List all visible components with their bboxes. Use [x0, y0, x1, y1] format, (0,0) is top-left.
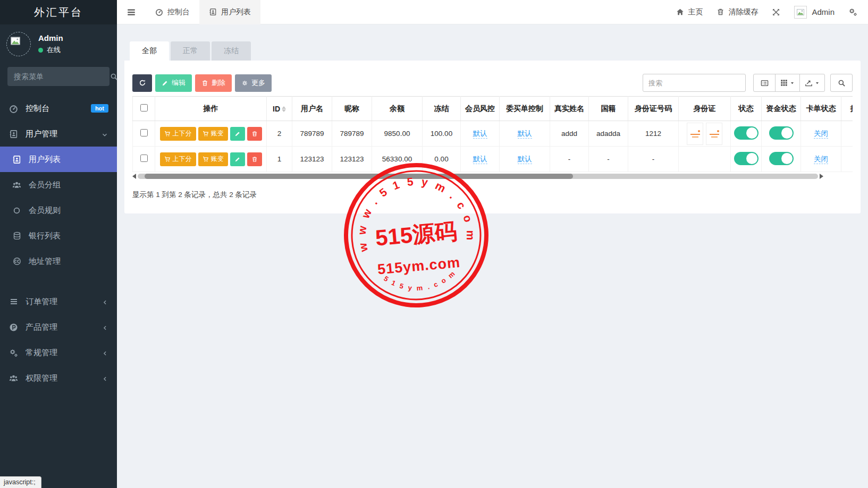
sidebar-item-address-mgmt[interactable]: 地址管理 [0, 249, 117, 274]
sidebar-item-member-rule[interactable]: 会员规则 [0, 198, 117, 223]
balance-change-button[interactable]: 账变 [198, 152, 228, 166]
status-toggle[interactable] [734, 152, 759, 165]
sidebar-item-permission-mgmt[interactable]: 权限管理 [0, 365, 117, 391]
cell-balance: 9850.00 [372, 121, 423, 147]
updown-score-button[interactable]: 上下分 [160, 152, 196, 166]
cell-id: 2 [267, 121, 292, 147]
sidebar-item-bank-list[interactable]: 银行列表 [0, 223, 117, 249]
col-header-pending-status: 挂单状态 [841, 97, 853, 121]
columns-grid-icon [780, 79, 788, 87]
search-icon[interactable] [110, 73, 118, 81]
card-status-link[interactable]: 关闭 [814, 130, 828, 139]
refresh-button[interactable] [132, 74, 152, 92]
home-link[interactable]: 主页 [676, 7, 703, 17]
fullscreen-button[interactable] [772, 8, 780, 16]
sidebar-search [7, 67, 109, 86]
col-header-risk: 会员风控 [461, 97, 500, 121]
top-navbar: 控制台 用户列表 主页 清除缓存 Admin [117, 0, 868, 24]
caret-down-icon [815, 81, 820, 85]
scroll-left-arrow[interactable] [132, 174, 136, 179]
col-header-balance: 余额 [372, 97, 423, 121]
table-header-row: 操作 ID 用户名 昵称 余额 冻结 会员风控 委买单控制 真实姓名 国籍 身份… [133, 97, 853, 121]
export-button[interactable] [799, 74, 825, 92]
cell-clipped [841, 121, 853, 147]
risk-link[interactable]: 默认 [473, 155, 487, 164]
cart-icon [164, 131, 171, 137]
tab-user-list[interactable]: 用户列表 [199, 0, 260, 24]
sidebar-item-general-mgmt[interactable]: 常规管理 [0, 340, 117, 365]
status-toggle[interactable] [734, 126, 759, 140]
columns-button[interactable] [775, 74, 800, 92]
col-header-id[interactable]: ID [267, 97, 292, 121]
row-delete-button[interactable] [247, 152, 262, 166]
sidebar-item-product-mgmt[interactable]: 产品管理 [0, 314, 117, 340]
balance-change-button[interactable]: 账变 [198, 127, 228, 141]
online-dot [38, 48, 43, 53]
scroll-right-arrow[interactable] [820, 174, 823, 179]
updown-score-button[interactable]: 上下分 [160, 127, 196, 141]
id-card-images[interactable] [687, 123, 722, 145]
scrollbar-thumb[interactable] [145, 174, 573, 179]
dashboard-icon [155, 8, 163, 16]
detail-view-icon [761, 79, 769, 87]
navbar-user-menu[interactable]: Admin [794, 6, 835, 19]
clear-cache-link[interactable]: 清除缓存 [717, 7, 758, 17]
chevron-left-icon [102, 323, 108, 332]
cell-nationality: - [589, 147, 628, 172]
detail-view-button[interactable] [753, 74, 776, 92]
tab-all[interactable]: 全部 [130, 41, 169, 61]
user-name: Admin [38, 33, 63, 42]
col-header-card-status: 卡单状态 [801, 97, 841, 121]
sidebar-item-user-list[interactable]: 用户列表 [0, 147, 117, 172]
delete-button[interactable]: 删除 [195, 74, 232, 92]
order-ctrl-link[interactable]: 默认 [518, 155, 532, 164]
pencil-icon [234, 156, 241, 162]
more-button[interactable]: 更多 [235, 74, 272, 92]
address-book-icon [209, 8, 217, 16]
user-status: 在线 [47, 45, 61, 55]
sidebar-item-member-group[interactable]: 会员分组 [0, 172, 117, 198]
risk-link[interactable]: 默认 [473, 130, 487, 139]
col-header-id-number: 身份证号码 [628, 97, 679, 121]
select-all-checkbox[interactable] [140, 104, 148, 112]
fund-status-toggle[interactable] [769, 126, 794, 140]
user-table-wrapper: 操作 ID 用户名 昵称 余额 冻结 会员风控 委买单控制 真实姓名 国籍 身份… [132, 96, 853, 172]
hamburger-menu-icon[interactable] [117, 0, 146, 24]
main-content: 全部 正常 冻结 编辑 删除 更多 [117, 24, 868, 488]
table-row: 上下分 账变 1 123123 123123 56330.00 0.00 默认 … [133, 147, 853, 172]
row-delete-button[interactable] [247, 127, 262, 141]
gear-icon [241, 80, 248, 87]
row-edit-button[interactable] [230, 127, 245, 141]
col-header-realname: 真实姓名 [550, 97, 589, 121]
scrollbar-track[interactable] [138, 174, 818, 179]
id-card-front-image[interactable] [687, 123, 703, 145]
table-search-input[interactable] [643, 74, 746, 92]
sidebar-item-order-mgmt[interactable]: 订单管理 [0, 289, 117, 314]
tab-frozen[interactable]: 冻结 [212, 41, 251, 61]
horizontal-scrollbar[interactable] [132, 173, 823, 179]
order-ctrl-link[interactable]: 默认 [518, 130, 532, 139]
col-header-frozen: 冻结 [423, 97, 461, 121]
col-header-nickname: 昵称 [332, 97, 372, 121]
card-status-link[interactable]: 关闭 [814, 155, 828, 164]
sidebar-item-dashboard[interactable]: 控制台 hot [0, 96, 117, 121]
sidebar-item-user-mgmt[interactable]: 用户管理 [0, 121, 117, 147]
tab-dashboard[interactable]: 控制台 [146, 0, 199, 24]
sidebar-search-input[interactable] [14, 72, 110, 81]
list-icon [9, 297, 19, 306]
settings-button[interactable] [848, 7, 857, 16]
toolbar: 编辑 删除 更多 [132, 74, 853, 92]
cell-realname: addd [550, 121, 589, 147]
col-header-id-card: 身份证 [679, 97, 731, 121]
search-submit-button[interactable] [830, 74, 853, 92]
row-edit-button[interactable] [230, 152, 245, 166]
tab-normal[interactable]: 正常 [171, 41, 210, 61]
id-card-back-image[interactable] [706, 123, 722, 145]
cell-id-number: - [628, 147, 679, 172]
edit-button[interactable]: 编辑 [155, 74, 192, 92]
pencil-icon [234, 131, 241, 137]
fund-status-toggle[interactable] [769, 152, 794, 165]
row-checkbox[interactable] [140, 155, 148, 162]
cell-id: 1 [267, 147, 292, 172]
row-checkbox[interactable] [140, 129, 148, 136]
